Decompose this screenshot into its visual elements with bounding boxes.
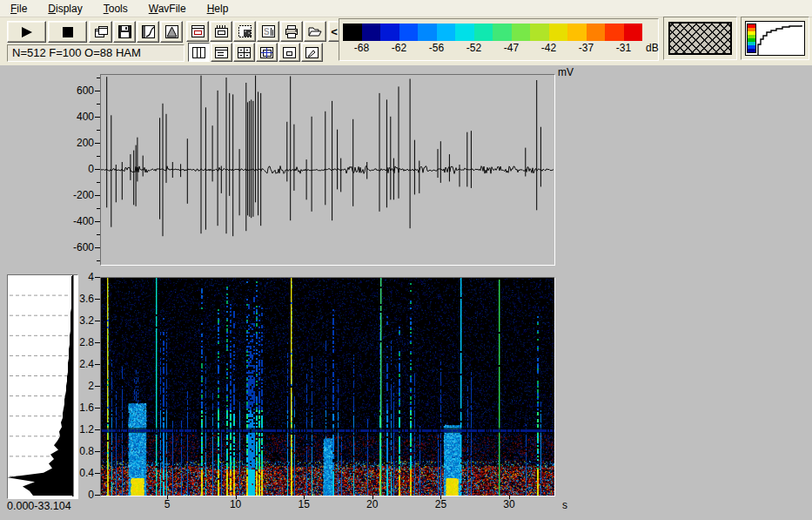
colorbar-swatch [455, 24, 474, 41]
spectrogram-freq-tick [95, 473, 100, 474]
colormap-curve-panel[interactable] [741, 17, 809, 60]
db-unit-label: dB [646, 42, 659, 54]
spectrogram-freq-tick [95, 277, 100, 278]
menu-display[interactable]: Display [37, 1, 92, 15]
colorbar-swatch [549, 24, 568, 41]
waveform-y-tick [95, 221, 100, 222]
cascade-windows-icon [94, 25, 108, 39]
chevron-left-icon: < [331, 26, 338, 37]
db-colorbar [343, 24, 642, 41]
spectrum-settings-button[interactable]: S [257, 21, 279, 42]
waveform-y-tick-label: 400 [77, 111, 94, 123]
split-vertical-icon [192, 47, 205, 58]
transfer-curve-button[interactable] [137, 21, 159, 43]
save-button[interactable] [113, 21, 136, 43]
app-window: FileDisplayToolsWavFileHelp [0, 0, 812, 520]
waveform-y-axis: 6004002000-200-400-600 [54, 74, 94, 264]
waveform-y-tick [95, 143, 100, 144]
s-bars-icon: S [262, 25, 275, 37]
waveform-plot[interactable] [100, 74, 555, 266]
spectrogram-freq-tick [95, 408, 100, 409]
layout-split-vertical-button[interactable] [188, 43, 210, 62]
selection-pattern-button[interactable] [233, 21, 256, 42]
waveform-y-tick [95, 169, 100, 170]
stop-button[interactable] [48, 21, 87, 43]
spectrogram-time-tick [167, 496, 168, 499]
copy-display-button[interactable] [89, 21, 112, 43]
waveform-y-tick-label: 200 [77, 137, 94, 149]
play-button[interactable] [7, 21, 46, 43]
waveform-trace [101, 75, 554, 265]
menu-tools[interactable]: Tools [93, 1, 138, 15]
waveform-y-tick-label: -200 [73, 189, 94, 201]
time-unit-label: s [562, 499, 567, 511]
red-window-icon [191, 25, 205, 37]
colorbar-swatch [399, 24, 419, 41]
spectrogram-time-tick-label: 15 [299, 498, 310, 510]
hatch-preview-panel[interactable] [663, 17, 737, 60]
spectrogram-time-axis: 51015202530 [0, 498, 812, 512]
stop-icon [62, 26, 74, 38]
analysis-status-field: N=512 F=100 O=88 HAM [7, 44, 185, 62]
spectrogram-freq-tick-label: 3.2 [79, 314, 94, 327]
open-folder-icon [308, 25, 322, 37]
spectrogram-freq-tick-label: 1.6 [79, 402, 94, 414]
spectrogram-plot[interactable] [100, 277, 555, 496]
waveform-y-tick [95, 195, 100, 196]
pencil-edit-icon [305, 47, 319, 58]
spectrogram-freq-tick-label: 1.2 [79, 423, 94, 436]
waveform-y-tick [97, 156, 100, 157]
spectrogram-freq-tick [95, 299, 100, 300]
window-chrome: FileDisplayToolsWavFileHelp [0, 0, 812, 65]
menu-file[interactable]: File [0, 1, 37, 15]
spectrogram-freq-tick-label: 0.8 [79, 445, 94, 457]
transfer-curve-icon [142, 25, 155, 38]
color-scale-panel: -68-62-56-52-47-42-37-31 dB [339, 18, 659, 61]
layout-title-button[interactable] [211, 43, 232, 62]
spectrogram-time-tick-label: 10 [230, 498, 241, 510]
colorbar-swatch [605, 24, 624, 41]
colorbar-tick-label: -68 [354, 42, 369, 54]
spectrogram-freq-tick-label: 3.6 [79, 293, 94, 305]
colorbar-tick-label: -42 [541, 42, 556, 54]
spectrogram-freq-tick [95, 386, 100, 387]
menu-wavfile[interactable]: WavFile [138, 1, 197, 15]
level-histogram-panel[interactable] [7, 274, 78, 499]
open-file-button[interactable] [304, 21, 326, 42]
spectrogram-time-tick-label: 5 [164, 498, 171, 510]
waveform-y-tick [97, 78, 100, 78]
menu-help[interactable]: Help [197, 1, 239, 15]
edit-button[interactable] [301, 43, 323, 62]
waveform-y-tick [95, 117, 100, 118]
colorbar-tick-label: -62 [392, 42, 406, 54]
spectrogram-freq-tick-label: 2.4 [79, 358, 94, 370]
display-window-button[interactable] [186, 21, 209, 42]
time-ruler-button[interactable] [210, 21, 232, 42]
colorbar-swatch [587, 24, 606, 41]
spectrogram-freq-tick [95, 321, 100, 321]
print-button[interactable] [280, 21, 303, 42]
waveform-y-tick [97, 130, 100, 131]
window-function-button[interactable] [160, 21, 183, 43]
spectrogram-time-tick-label: 20 [366, 498, 378, 510]
save-floppy-icon [118, 25, 131, 38]
colorbar-tick-label: -31 [616, 42, 631, 54]
spectrogram-freq-tick-label: 0.4 [79, 467, 94, 479]
waveform-y-tick-label: 600 [77, 84, 94, 97]
layout-grid-button[interactable] [233, 43, 255, 62]
spectrogram-time-tick [304, 496, 305, 499]
colorbar-swatch [567, 24, 587, 41]
colorbar-tick-label: -47 [504, 42, 519, 54]
layout-inner-box-button[interactable] [278, 43, 300, 62]
layout-grid-cross-button[interactable] [256, 43, 278, 62]
spectrogram-freq-tick-label: 2.8 [79, 336, 94, 348]
waveform-y-tick [95, 91, 100, 91]
menu-bar: FileDisplayToolsWavFileHelp [0, 0, 812, 17]
colorbar-swatch [343, 24, 362, 41]
colorbar-swatch [530, 24, 549, 41]
grid-cross-icon [260, 47, 273, 58]
spectrogram-image [101, 278, 554, 496]
waveform-unit-label: mV [558, 66, 574, 78]
waveform-y-tick [97, 182, 100, 183]
printer-icon [285, 25, 299, 38]
